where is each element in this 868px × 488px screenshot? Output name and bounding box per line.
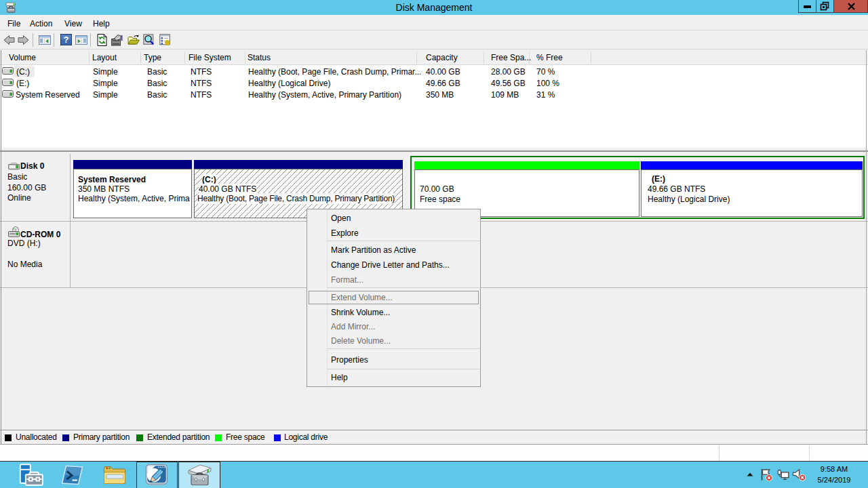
svg-text:?: ?: [64, 35, 69, 45]
